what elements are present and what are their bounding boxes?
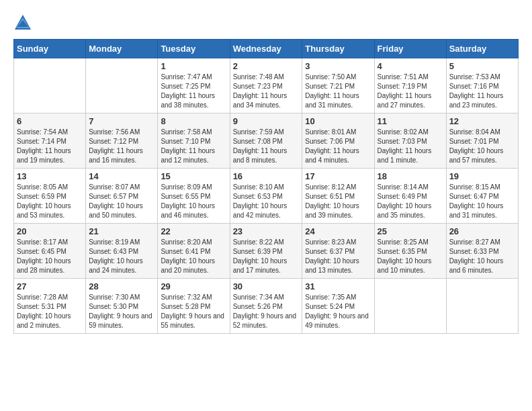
day-info: Sunrise: 8:01 AM Sunset: 7:06 PM Dayligh…	[305, 128, 371, 165]
day-info: Sunrise: 8:04 AM Sunset: 7:01 PM Dayligh…	[449, 128, 515, 165]
calendar-cell: 24Sunrise: 8:23 AM Sunset: 6:37 PM Dayli…	[302, 224, 374, 279]
day-info: Sunrise: 7:58 AM Sunset: 7:10 PM Dayligh…	[161, 128, 226, 165]
weekday-header-sunday: Sunday	[14, 40, 86, 58]
day-info: Sunrise: 7:48 AM Sunset: 7:23 PM Dayligh…	[233, 73, 300, 110]
weekday-header-thursday: Thursday	[302, 40, 374, 58]
day-number: 8	[161, 116, 226, 126]
day-number: 14	[89, 171, 154, 181]
day-info: Sunrise: 8:05 AM Sunset: 6:59 PM Dayligh…	[17, 183, 83, 220]
day-info: Sunrise: 7:53 AM Sunset: 7:16 PM Dayligh…	[449, 73, 515, 110]
day-number: 10	[305, 116, 371, 126]
day-number: 16	[233, 171, 300, 181]
calendar-cell: 20Sunrise: 8:17 AM Sunset: 6:45 PM Dayli…	[14, 224, 86, 279]
day-info: Sunrise: 7:59 AM Sunset: 7:08 PM Dayligh…	[233, 128, 300, 165]
day-info: Sunrise: 7:51 AM Sunset: 7:19 PM Dayligh…	[378, 73, 443, 110]
day-number: 2	[233, 61, 300, 71]
day-info: Sunrise: 8:14 AM Sunset: 6:49 PM Dayligh…	[378, 183, 443, 220]
day-info: Sunrise: 7:32 AM Sunset: 5:28 PM Dayligh…	[161, 293, 226, 330]
day-number: 12	[449, 116, 515, 126]
calendar-cell: 10Sunrise: 8:01 AM Sunset: 7:06 PM Dayli…	[302, 113, 374, 169]
day-info: Sunrise: 8:17 AM Sunset: 6:45 PM Dayligh…	[17, 238, 83, 275]
day-number: 31	[305, 281, 371, 291]
calendar-cell: 3Sunrise: 7:50 AM Sunset: 7:21 PM Daylig…	[302, 58, 374, 113]
day-number: 15	[161, 171, 226, 181]
day-number: 29	[161, 281, 226, 291]
day-info: Sunrise: 7:56 AM Sunset: 7:12 PM Dayligh…	[89, 128, 154, 165]
day-number: 4	[378, 61, 443, 71]
day-info: Sunrise: 7:54 AM Sunset: 7:14 PM Dayligh…	[17, 128, 83, 165]
day-info: Sunrise: 8:19 AM Sunset: 6:43 PM Dayligh…	[89, 238, 154, 275]
page-header	[13, 13, 519, 32]
logo-icon	[13, 13, 32, 32]
day-info: Sunrise: 8:15 AM Sunset: 6:47 PM Dayligh…	[449, 183, 515, 220]
calendar-cell: 28Sunrise: 7:30 AM Sunset: 5:30 PM Dayli…	[86, 279, 158, 334]
day-number: 25	[378, 226, 443, 236]
day-number: 18	[378, 171, 443, 181]
day-number: 6	[17, 116, 83, 126]
calendar-cell: 11Sunrise: 8:02 AM Sunset: 7:03 PM Dayli…	[374, 113, 446, 169]
calendar-cell: 8Sunrise: 7:58 AM Sunset: 7:10 PM Daylig…	[158, 113, 230, 169]
calendar-cell	[446, 279, 518, 334]
day-number: 22	[161, 226, 226, 236]
weekday-header-friday: Friday	[374, 40, 446, 58]
day-number: 3	[305, 61, 371, 71]
day-info: Sunrise: 7:50 AM Sunset: 7:21 PM Dayligh…	[305, 73, 371, 110]
calendar-cell: 2Sunrise: 7:48 AM Sunset: 7:23 PM Daylig…	[230, 58, 302, 113]
day-number: 11	[378, 116, 443, 126]
day-number: 13	[17, 171, 83, 181]
calendar-cell	[14, 58, 86, 113]
calendar-cell: 27Sunrise: 7:28 AM Sunset: 5:31 PM Dayli…	[14, 279, 86, 334]
day-number: 17	[305, 171, 371, 181]
day-number: 28	[89, 281, 154, 291]
calendar-cell	[374, 279, 446, 334]
calendar-cell: 4Sunrise: 7:51 AM Sunset: 7:19 PM Daylig…	[374, 58, 446, 113]
day-number: 30	[233, 281, 300, 291]
calendar-cell: 17Sunrise: 8:12 AM Sunset: 6:51 PM Dayli…	[302, 169, 374, 224]
day-info: Sunrise: 8:22 AM Sunset: 6:39 PM Dayligh…	[233, 238, 300, 275]
calendar-cell	[86, 58, 158, 113]
day-number: 27	[17, 281, 83, 291]
calendar-cell: 23Sunrise: 8:22 AM Sunset: 6:39 PM Dayli…	[230, 224, 302, 279]
calendar-cell: 30Sunrise: 7:34 AM Sunset: 5:26 PM Dayli…	[230, 279, 302, 334]
logo	[13, 13, 35, 32]
day-info: Sunrise: 7:30 AM Sunset: 5:30 PM Dayligh…	[89, 293, 154, 330]
day-number: 23	[233, 226, 300, 236]
calendar-cell: 16Sunrise: 8:10 AM Sunset: 6:53 PM Dayli…	[230, 169, 302, 224]
day-info: Sunrise: 8:12 AM Sunset: 6:51 PM Dayligh…	[305, 183, 371, 220]
calendar-cell: 25Sunrise: 8:25 AM Sunset: 6:35 PM Dayli…	[374, 224, 446, 279]
day-info: Sunrise: 8:09 AM Sunset: 6:55 PM Dayligh…	[161, 183, 226, 220]
calendar-cell: 15Sunrise: 8:09 AM Sunset: 6:55 PM Dayli…	[158, 169, 230, 224]
day-info: Sunrise: 7:28 AM Sunset: 5:31 PM Dayligh…	[17, 293, 83, 330]
day-info: Sunrise: 8:27 AM Sunset: 6:33 PM Dayligh…	[449, 238, 515, 275]
calendar-cell: 6Sunrise: 7:54 AM Sunset: 7:14 PM Daylig…	[14, 113, 86, 169]
calendar-cell: 22Sunrise: 8:20 AM Sunset: 6:41 PM Dayli…	[158, 224, 230, 279]
day-info: Sunrise: 7:35 AM Sunset: 5:24 PM Dayligh…	[305, 293, 371, 330]
day-info: Sunrise: 7:47 AM Sunset: 7:25 PM Dayligh…	[161, 73, 226, 110]
day-number: 7	[89, 116, 154, 126]
calendar-cell: 7Sunrise: 7:56 AM Sunset: 7:12 PM Daylig…	[86, 113, 158, 169]
day-info: Sunrise: 8:02 AM Sunset: 7:03 PM Dayligh…	[378, 128, 443, 165]
calendar-cell: 13Sunrise: 8:05 AM Sunset: 6:59 PM Dayli…	[14, 169, 86, 224]
day-number: 19	[449, 171, 515, 181]
weekday-header-tuesday: Tuesday	[158, 40, 230, 58]
day-info: Sunrise: 8:25 AM Sunset: 6:35 PM Dayligh…	[378, 238, 443, 275]
calendar-cell: 5Sunrise: 7:53 AM Sunset: 7:16 PM Daylig…	[446, 58, 518, 113]
calendar-cell: 19Sunrise: 8:15 AM Sunset: 6:47 PM Dayli…	[446, 169, 518, 224]
calendar-cell: 29Sunrise: 7:32 AM Sunset: 5:28 PM Dayli…	[158, 279, 230, 334]
calendar-table: SundayMondayTuesdayWednesdayThursdayFrid…	[13, 39, 519, 334]
calendar-cell: 14Sunrise: 8:07 AM Sunset: 6:57 PM Dayli…	[86, 169, 158, 224]
day-number: 26	[449, 226, 515, 236]
calendar-cell: 26Sunrise: 8:27 AM Sunset: 6:33 PM Dayli…	[446, 224, 518, 279]
day-info: Sunrise: 8:20 AM Sunset: 6:41 PM Dayligh…	[161, 238, 226, 275]
day-number: 1	[161, 61, 226, 71]
weekday-header-monday: Monday	[86, 40, 158, 58]
day-number: 21	[89, 226, 154, 236]
day-number: 5	[449, 61, 515, 71]
day-number: 20	[17, 226, 83, 236]
day-number: 24	[305, 226, 371, 236]
day-info: Sunrise: 7:34 AM Sunset: 5:26 PM Dayligh…	[233, 293, 300, 330]
day-info: Sunrise: 8:23 AM Sunset: 6:37 PM Dayligh…	[305, 238, 371, 275]
day-number: 9	[233, 116, 300, 126]
weekday-header-wednesday: Wednesday	[230, 40, 302, 58]
calendar-cell: 18Sunrise: 8:14 AM Sunset: 6:49 PM Dayli…	[374, 169, 446, 224]
